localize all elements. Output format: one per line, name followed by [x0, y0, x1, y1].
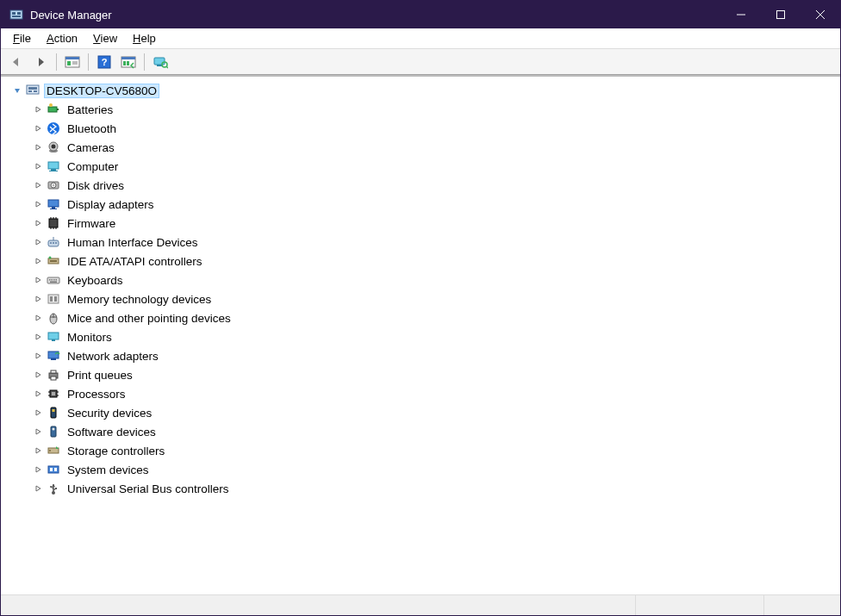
tree-category[interactable]: Memory technology devices [1, 289, 840, 308]
tree-category[interactable]: IDE ATA/ATAPI controllers [1, 252, 840, 271]
ide-icon [46, 253, 61, 269]
tree-category-label: Monitors [65, 330, 115, 345]
status-segment [1, 595, 635, 615]
svg-line-22 [166, 66, 168, 68]
expander-closed-icon[interactable] [32, 255, 44, 267]
toolbar-properties-button[interactable] [118, 52, 139, 72]
expander-closed-icon[interactable] [32, 103, 44, 115]
expander-closed-icon[interactable] [32, 160, 44, 172]
camera-icon [46, 140, 61, 155]
tree-category[interactable]: Processors [1, 384, 840, 403]
svg-rect-19 [154, 58, 165, 65]
toolbar-show-hide-tree-button[interactable] [62, 52, 83, 72]
status-segment [763, 595, 840, 615]
mouse-icon [46, 310, 61, 326]
hid-icon [46, 234, 61, 250]
expander-closed-icon[interactable] [32, 141, 44, 153]
tree-category[interactable]: Software devices [1, 422, 840, 441]
disk-icon [46, 177, 61, 193]
tree-category[interactable]: Security devices [1, 403, 840, 422]
menu-help[interactable]: Help [126, 30, 163, 47]
toolbar-back-button[interactable] [6, 52, 27, 72]
toolbar-help-button[interactable]: ? [94, 52, 115, 72]
tree-category[interactable]: Firmware [1, 214, 840, 233]
tree-category[interactable]: Mice and other pointing devices [1, 308, 840, 327]
toolbar-forward-button[interactable] [30, 52, 51, 72]
software-icon [46, 424, 61, 439]
cpu-icon [46, 386, 61, 401]
expander-closed-icon[interactable] [32, 445, 44, 457]
menu-file[interactable]: File [6, 30, 38, 47]
tree-category[interactable]: Human Interface Devices [1, 233, 840, 252]
tree-category-label: Cameras [65, 140, 117, 155]
tree-root-label: DESKTOP-CV5680O [44, 84, 159, 98]
status-segment [635, 595, 763, 615]
tree-category[interactable]: System devices [1, 460, 840, 479]
expander-closed-icon[interactable] [32, 426, 44, 438]
toolbar-scan-hardware-button[interactable] [150, 52, 171, 72]
expander-closed-icon[interactable] [32, 350, 44, 362]
tree-category[interactable]: Print queues [1, 365, 840, 384]
maximize-button[interactable] [761, 1, 801, 28]
display-icon [46, 196, 61, 212]
expander-closed-icon[interactable] [32, 179, 44, 191]
tree-category[interactable]: Network adapters [1, 346, 840, 365]
tree-category[interactable]: Batteries [1, 100, 840, 119]
device-tree[interactable]: DESKTOP-CV5680O BatteriesBluetoothCamera… [1, 75, 840, 594]
menu-action[interactable]: Action [40, 30, 84, 47]
tree-category-label: Bluetooth [65, 121, 119, 136]
menubar: File Action View Help [1, 28, 840, 49]
tree-category-label: Universal Serial Bus controllers [65, 482, 232, 496]
tree-category-label: Batteries [65, 103, 115, 117]
expander-open-icon[interactable] [11, 84, 23, 96]
window-title: Device Manager [30, 9, 112, 22]
close-button[interactable] [801, 1, 840, 28]
expander-closed-icon[interactable] [32, 482, 44, 495]
svg-rect-16 [121, 57, 135, 59]
tree-category-label: Memory technology devices [65, 292, 214, 307]
tree-category[interactable]: Bluetooth [1, 119, 840, 138]
tree-category[interactable]: Monitors [1, 327, 840, 346]
minimize-button[interactable] [721, 1, 761, 28]
tree-category[interactable]: Disk drives [1, 176, 840, 195]
tree-category[interactable]: Storage controllers [1, 441, 840, 460]
expander-closed-icon[interactable] [32, 236, 44, 248]
expander-closed-icon[interactable] [32, 331, 44, 343]
tree-category-label: Security devices [65, 406, 154, 420]
expander-closed-icon[interactable] [32, 312, 44, 324]
tree-category-label: Mice and other pointing devices [65, 311, 234, 326]
expander-closed-icon[interactable] [32, 407, 44, 419]
bluetooth-icon [46, 121, 61, 136]
expander-closed-icon[interactable] [32, 388, 44, 400]
expander-closed-icon[interactable] [32, 217, 44, 229]
menu-view[interactable]: View [86, 30, 124, 47]
tree-category[interactable]: Computer [1, 157, 840, 176]
expander-closed-icon[interactable] [32, 122, 44, 134]
computer-icon [46, 159, 61, 174]
tree-category-label: Storage controllers [65, 444, 167, 458]
svg-rect-9 [65, 57, 79, 59]
tree-category-label: Display adapters [65, 197, 157, 212]
tree-category[interactable]: Display adapters [1, 195, 840, 214]
tree-category[interactable]: Cameras [1, 138, 840, 157]
toolbar: ? [1, 49, 840, 75]
memory-icon [46, 291, 61, 307]
tree-category[interactable]: Keyboards [1, 271, 840, 289]
tree-category-label: IDE ATA/ATAPI controllers [65, 254, 205, 269]
expander-closed-icon[interactable] [32, 198, 44, 210]
firmware-icon [46, 215, 61, 231]
expander-closed-icon[interactable] [32, 274, 44, 286]
toolbar-separator [144, 53, 145, 71]
expander-closed-icon[interactable] [32, 293, 44, 305]
expander-closed-icon[interactable] [32, 369, 44, 381]
statusbar [1, 594, 840, 615]
svg-rect-24 [28, 90, 32, 92]
monitor-icon [46, 329, 61, 345]
svg-rect-26 [28, 87, 37, 90]
expander-closed-icon[interactable] [32, 464, 44, 476]
tree-category[interactable]: Universal Serial Bus controllers [1, 479, 840, 498]
storage-icon [46, 443, 61, 458]
tree-category-label: Computer [65, 159, 121, 174]
tree-root[interactable]: DESKTOP-CV5680O [1, 81, 840, 100]
tree-category-label: Software devices [65, 425, 159, 439]
